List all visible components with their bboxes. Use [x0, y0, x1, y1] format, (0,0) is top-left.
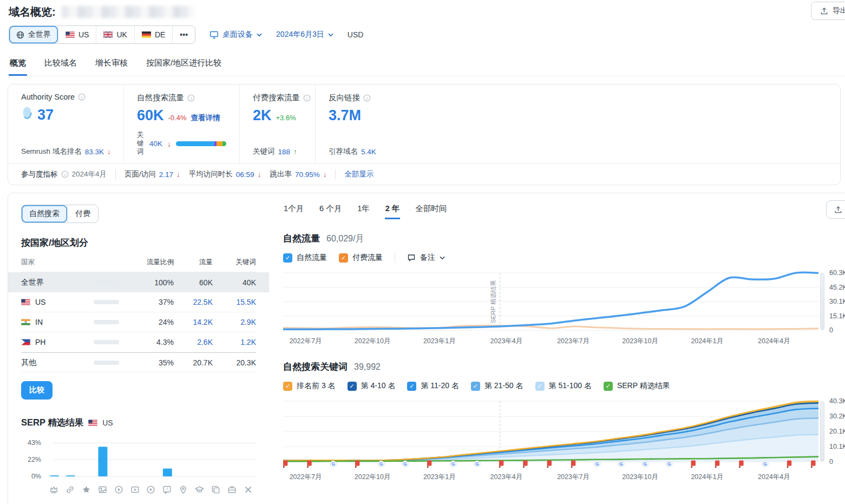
- paid-toggle-button[interactable]: 付费: [67, 205, 98, 222]
- tab-compare-by-country[interactable]: 按国家/地区进行比较: [145, 55, 222, 76]
- svg-text:G: G: [379, 461, 383, 467]
- note-flag-marker: [499, 461, 503, 468]
- notes-dropdown[interactable]: 备注: [407, 253, 445, 263]
- country-tab-us[interactable]: US: [58, 26, 96, 43]
- compare-button[interactable]: 比较: [21, 381, 53, 400]
- video-carousel-icon: [143, 485, 159, 494]
- play-circle-icon: [110, 485, 127, 494]
- tab-compare-domains[interactable]: 比较域名: [43, 55, 78, 76]
- google-update-marker: G: [666, 461, 672, 467]
- chevron-down-icon: [328, 33, 333, 37]
- legend-organic-checkbox[interactable]: ✓ 自然流量: [283, 253, 327, 263]
- globe-icon: [16, 31, 24, 39]
- note-flag-marker: [307, 461, 311, 468]
- range-1m[interactable]: 1个月: [283, 204, 304, 219]
- svg-text:G: G: [763, 461, 767, 467]
- bounce-rate-value: 70.95%: [295, 171, 320, 179]
- date-selector[interactable]: 2024年6月3日: [276, 30, 333, 40]
- ph-flag-icon: [21, 339, 30, 345]
- country-row-ph[interactable]: PH 4.3% 2.6K 1.2K: [21, 332, 256, 352]
- legend-51-100-checkbox[interactable]: ✓ 第 51-100 名: [535, 381, 592, 391]
- domain-rank-link[interactable]: 83.3K: [85, 148, 104, 156]
- education-icon: [192, 485, 208, 494]
- legend-11-20-checkbox[interactable]: ✓ 第 11-20 名: [407, 381, 459, 391]
- organic-toggle-button[interactable]: 自然搜索: [22, 205, 67, 222]
- engagement-period: 2024年4月: [72, 169, 107, 179]
- serp-features-chart: 43%22%0%: [21, 438, 256, 481]
- google-update-marker: G: [642, 461, 648, 467]
- device-selector[interactable]: 桌面设备: [209, 30, 262, 40]
- note-flag-marker: [523, 461, 527, 468]
- controls-row: 全世界 US UK DE ••• 桌面设备 2024年6月3日: [9, 25, 845, 44]
- country-row-us[interactable]: US 37% 22.5K 15.5K: [21, 292, 256, 312]
- country-tab-uk[interactable]: UK: [96, 26, 134, 43]
- country-row-other[interactable]: 其他 35% 20.7K 20.3K: [21, 352, 256, 372]
- info-icon[interactable]: [187, 94, 195, 102]
- note-flag-marker: [811, 461, 815, 468]
- chart-export-button[interactable]: 导: [826, 200, 845, 219]
- range-1y[interactable]: 1年: [357, 204, 370, 219]
- organic-traffic-svg[interactable]: SERP 精选结果: [283, 270, 818, 333]
- metrics-card: Authority Score 37 Semrush 域名排名 83.3K ↓ …: [8, 84, 841, 185]
- range-all[interactable]: 全部时间: [415, 204, 447, 219]
- ref-domains-link[interactable]: 5.4K: [361, 148, 376, 156]
- svg-text:G: G: [595, 461, 599, 467]
- legend-serp-checkbox[interactable]: ✓ SERP 精选结果: [604, 381, 670, 391]
- range-6m[interactable]: 6 个月: [319, 204, 342, 219]
- country-row-in[interactable]: IN 24% 14.2K 2.9K: [21, 312, 256, 332]
- country-tab-world[interactable]: 全世界: [9, 26, 58, 43]
- organic-paid-toggle: 自然搜索 付费: [21, 205, 99, 223]
- keywords-x-axis: 2022年7月2022年10月2023年1月2023年4月2023年7月2023…: [283, 472, 818, 482]
- svg-text:G: G: [475, 461, 479, 467]
- legend-21-50-checkbox[interactable]: ✓ 第 21-50 名: [471, 381, 523, 391]
- tab-growth-audit[interactable]: 增长审核: [94, 55, 129, 76]
- note-flag-marker: [571, 461, 575, 468]
- google-update-marker: G: [618, 461, 624, 467]
- chart-drag-handle[interactable]: [820, 273, 824, 330]
- de-flag-icon: [142, 31, 151, 38]
- info-icon[interactable]: [78, 93, 86, 101]
- svg-text:SERP 精选结果: SERP 精选结果: [490, 280, 496, 323]
- legend-4-10-checkbox[interactable]: ✓ 第 4-10 名: [348, 381, 396, 391]
- country-tab-de[interactable]: DE: [134, 26, 172, 43]
- domain-name-redacted: [61, 6, 194, 18]
- note-flag-marker: [739, 461, 743, 468]
- keywords-svg[interactable]: GGGGGGGGGG: [283, 398, 818, 469]
- keywords-chart: GGGGGGGGGG 2022年7月2022年10月2023年1月2023年4月…: [283, 398, 845, 482]
- view-details-link[interactable]: 查看详情: [191, 113, 220, 123]
- tab-overview[interactable]: 概览: [9, 55, 27, 76]
- google-update-marker: G: [402, 461, 408, 467]
- legend-paid-checkbox[interactable]: ✓ 付费流量: [339, 253, 383, 263]
- keywords-y-axis: 40.3K30.2K20.1K10.1K0: [827, 398, 845, 469]
- country-more-button[interactable]: •••: [172, 26, 195, 43]
- note-flag-marker: [427, 461, 431, 468]
- authority-score-card: Authority Score 37 Semrush 域名排名 83.3K ↓: [8, 84, 123, 163]
- country-row-world[interactable]: 全世界 100% 60K 40K: [8, 272, 269, 292]
- svg-text:G: G: [619, 461, 623, 467]
- in-flag-icon: [21, 319, 30, 325]
- google-update-marker: G: [594, 461, 600, 467]
- keywords-count-link[interactable]: 40K: [149, 140, 162, 148]
- star-icon: [78, 485, 95, 494]
- info-icon[interactable]: [363, 94, 371, 102]
- show-all-link[interactable]: 全部显示: [344, 169, 374, 179]
- charts-panel: 1个月 6 个月 1年 2 年 全部时间 导 自然流量 60,029/月 ✓ 自…: [269, 193, 845, 504]
- chart-drag-handle[interactable]: [820, 401, 824, 462]
- export-button[interactable]: 导出成: [811, 2, 845, 20]
- paid-traffic-card: 付费搜索流量 2K +3.6% 关键词 188 ↑: [239, 84, 315, 163]
- info-icon[interactable]: [303, 94, 311, 102]
- range-2y[interactable]: 2 年: [385, 204, 401, 219]
- note-flag-marker: [547, 461, 552, 468]
- organic-traffic-card: 自然搜索流量 60K -0.4% 查看详情 关键词 40K ↓: [123, 84, 239, 163]
- time-range-tabs: 1个月 6 个月 1年 2 年 全部时间: [283, 204, 845, 219]
- svg-text:G: G: [643, 461, 647, 467]
- paid-keywords-link[interactable]: 188: [278, 148, 291, 156]
- link-icon: [62, 485, 78, 494]
- legend-top3-checkbox[interactable]: ✓ 排名前 3 名: [283, 381, 336, 391]
- svg-text:?: ?: [166, 487, 168, 492]
- note-bubble-icon: [407, 253, 416, 262]
- svg-text:G: G: [331, 461, 335, 467]
- upload-icon: [820, 7, 828, 15]
- info-icon[interactable]: [61, 171, 69, 178]
- monitor-icon: [209, 30, 219, 39]
